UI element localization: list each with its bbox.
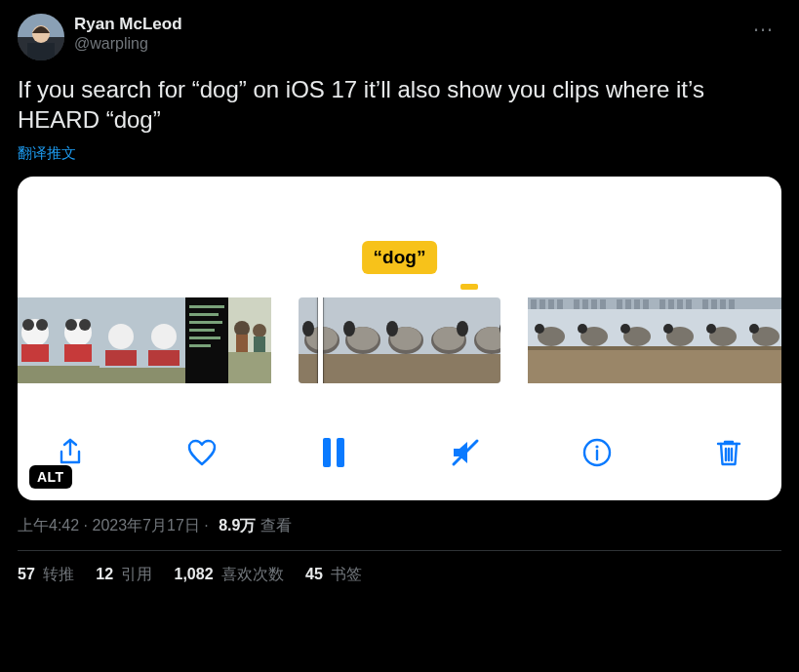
svg-rect-15 [57, 366, 100, 383]
video-thumbnail [571, 297, 614, 383]
svg-point-12 [65, 319, 77, 331]
clip-group-active[interactable] [299, 297, 500, 383]
svg-point-56 [457, 321, 468, 336]
media-inner: “dog” [18, 177, 781, 500]
pause-icon[interactable] [314, 433, 353, 472]
svg-rect-9 [18, 366, 57, 383]
svg-rect-91 [643, 299, 649, 309]
svg-rect-101 [686, 299, 692, 309]
alt-badge[interactable]: ALT [29, 465, 72, 489]
views-label: 查看 [256, 517, 291, 534]
mute-icon[interactable] [446, 433, 485, 472]
svg-rect-36 [254, 336, 265, 352]
svg-rect-109 [711, 299, 717, 309]
display-name[interactable]: Ryan McLeod [74, 14, 182, 34]
svg-point-7 [36, 319, 48, 331]
svg-rect-100 [677, 299, 683, 309]
video-thumbnail [614, 297, 657, 383]
video-thumbnail [657, 297, 699, 383]
svg-rect-78 [574, 299, 579, 309]
video-thumbnail [470, 297, 500, 383]
stat-quotes[interactable]: 12 引用 [96, 565, 152, 585]
svg-rect-29 [189, 336, 220, 339]
trash-icon[interactable] [709, 433, 748, 472]
svg-rect-113 [742, 346, 781, 383]
svg-rect-99 [668, 299, 674, 309]
svg-point-66 [535, 324, 544, 334]
svg-rect-30 [189, 344, 211, 347]
svg-rect-110 [720, 299, 726, 309]
svg-rect-43 [341, 354, 384, 383]
svg-rect-22 [148, 350, 180, 366]
svg-point-13 [79, 319, 91, 331]
svg-rect-69 [539, 299, 545, 309]
svg-rect-64 [528, 346, 571, 350]
svg-rect-34 [236, 335, 248, 352]
svg-rect-114 [742, 346, 781, 350]
heart-icon[interactable] [182, 433, 221, 472]
svg-point-35 [253, 324, 266, 337]
svg-rect-71 [557, 299, 563, 309]
svg-rect-74 [571, 346, 614, 350]
playhead[interactable] [318, 297, 323, 383]
svg-rect-32 [228, 352, 271, 383]
translate-link[interactable]: 翻译推文 [18, 144, 76, 163]
svg-rect-103 [699, 346, 742, 383]
svg-rect-26 [189, 313, 219, 316]
stat-bookmarks[interactable]: 45 书签 [305, 565, 362, 585]
user-block[interactable]: Ryan McLeod @warpling [18, 14, 182, 60]
svg-rect-73 [571, 346, 614, 383]
avatar[interactable] [18, 14, 64, 60]
timeline-row[interactable] [18, 268, 781, 383]
tweet-date: 2023年7月17日 [92, 517, 199, 534]
video-thumbnail [228, 297, 271, 383]
svg-point-21 [151, 324, 177, 349]
video-controls [18, 383, 781, 500]
video-thumbnail [427, 297, 470, 383]
svg-rect-94 [657, 346, 699, 350]
stat-likes[interactable]: 1,082 喜欢次数 [175, 565, 285, 585]
clip-group-1[interactable] [18, 297, 271, 383]
svg-rect-93 [657, 346, 699, 383]
svg-rect-53 [427, 354, 470, 383]
svg-point-46 [343, 321, 355, 336]
user-handle[interactable]: @warpling [74, 34, 182, 54]
svg-rect-23 [142, 368, 185, 383]
media-header-area: “dog” [18, 177, 781, 268]
svg-rect-111 [729, 299, 735, 309]
search-tag-chip: “dog” [362, 241, 438, 274]
clip-group-3[interactable] [528, 297, 781, 383]
svg-rect-104 [699, 346, 742, 350]
svg-rect-98 [659, 299, 665, 309]
video-thumbnail [384, 297, 427, 383]
media-card[interactable]: “dog” [18, 177, 781, 500]
stat-retweets[interactable]: 57 转推 [18, 565, 74, 585]
svg-rect-88 [617, 299, 622, 309]
svg-rect-79 [582, 299, 588, 309]
svg-point-41 [302, 321, 314, 336]
video-thumbnail [742, 297, 781, 383]
svg-point-122 [595, 446, 598, 449]
svg-rect-58 [470, 354, 500, 383]
more-options-icon[interactable]: … [746, 14, 781, 35]
svg-point-76 [578, 324, 587, 334]
svg-rect-70 [548, 299, 554, 309]
svg-rect-83 [614, 346, 657, 383]
svg-rect-119 [337, 438, 344, 467]
tag-tick-mark [460, 284, 478, 290]
svg-rect-3 [27, 43, 55, 60]
name-block: Ryan McLeod @warpling [74, 14, 182, 60]
svg-point-96 [663, 324, 673, 334]
video-thumbnail [18, 297, 57, 383]
svg-point-17 [108, 324, 134, 349]
video-thumbnail [699, 297, 742, 383]
svg-rect-8 [21, 344, 49, 362]
svg-point-6 [22, 319, 34, 331]
views-count: 8.9万 [219, 517, 256, 534]
svg-rect-28 [189, 329, 215, 332]
svg-point-106 [706, 324, 716, 334]
tweet-meta[interactable]: 上午4:42 · 2023年7月17日 · 8.9万 查看 [18, 516, 781, 536]
info-icon[interactable] [578, 433, 617, 472]
video-thumbnail [341, 297, 384, 383]
video-thumbnail [528, 297, 571, 383]
